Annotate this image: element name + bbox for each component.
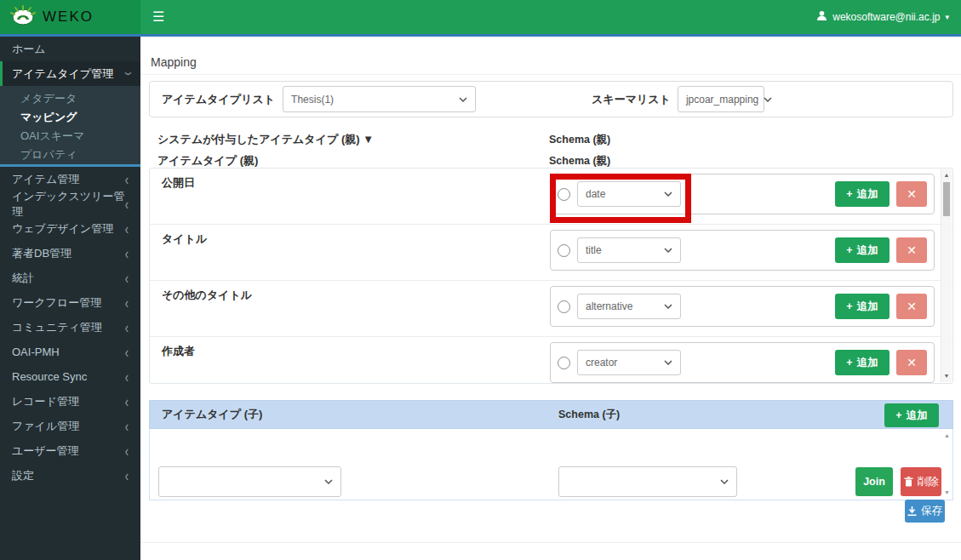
content-footer-divider [140, 542, 961, 543]
schema-radio[interactable] [558, 357, 570, 369]
sidebar-item-user-management[interactable]: ユーザー管理‹ [0, 438, 140, 463]
remove-mapping-button[interactable]: ✕ [896, 237, 927, 263]
join-button[interactable]: Join [855, 467, 893, 496]
close-icon: ✕ [907, 300, 917, 313]
sidebar-toggle-hamburger-icon[interactable]: ☰ [152, 10, 164, 24]
schema-parent-header-top: Schema (親) [549, 133, 610, 147]
plus-icon: + [895, 409, 901, 421]
chevron-left-icon: ‹ [125, 220, 129, 237]
sidebar-subitem-oai-schema[interactable]: OAIスキーマ [0, 125, 140, 144]
parent-mapping-list: 公開日 date +追加 ✕ タイトル title [149, 168, 953, 384]
parent-list-scrollbar[interactable]: ▲ ▼ [941, 169, 952, 382]
sidebar-item-file-management[interactable]: ファイル管理‹ [0, 414, 140, 438]
user-icon [816, 10, 827, 24]
sidebar-item-index-tree-management[interactable]: インデックスツリー管理‹ [0, 191, 140, 216]
scroll-down-icon[interactable]: ▼ [941, 371, 952, 381]
weko-logo-icon [10, 5, 36, 29]
chevron-left-icon: ‹ [125, 392, 129, 410]
chevron-left-icon: ‹ [125, 195, 129, 213]
item-type-list-select[interactable]: Thesis(1) [283, 86, 476, 112]
schema-radio[interactable] [558, 188, 570, 201]
add-mapping-button[interactable]: +追加 [835, 181, 889, 207]
schema-select[interactable]: creator [577, 350, 681, 375]
scroll-up-icon[interactable]: ▲ [941, 170, 952, 180]
plus-icon: + [846, 188, 852, 200]
plus-icon: + [846, 300, 852, 312]
close-icon: ✕ [907, 356, 917, 369]
child-list-scrollbar[interactable]: ▲ ▼ [943, 431, 951, 498]
mapping-row-publish-date: 公開日 date +追加 ✕ [150, 169, 952, 225]
sidebar-item-settings[interactable]: 設定‹ [0, 463, 140, 488]
child-item-type-select[interactable] [158, 466, 341, 497]
add-mapping-button[interactable]: +追加 [835, 294, 889, 319]
chevron-left-icon: ‹ [125, 442, 129, 460]
system-item-type-header[interactable]: システムが付与したアイテムタイプ (親) ▼ [157, 132, 374, 147]
row-label: 作成者 [162, 344, 195, 359]
page-title: Mapping [140, 37, 961, 75]
sidebar-item-web-design-management[interactable]: ウェブデザイン管理‹ [0, 216, 140, 241]
chevron-left-icon: ‹ [125, 170, 129, 188]
sidebar-subitem-mapping[interactable]: マッピング [0, 106, 140, 125]
chevron-left-icon: ‹ [125, 318, 129, 336]
chevron-down-icon [664, 304, 672, 309]
child-mapping-list: Join 削除 ▲ ▼ [149, 429, 953, 500]
scroll-down-icon[interactable]: ▼ [943, 488, 951, 498]
add-child-mapping-button[interactable]: +追加 [884, 403, 939, 427]
row-label: その他のタイトル [162, 288, 252, 303]
schema-list-select[interactable]: jpcoar_mapping [678, 86, 764, 112]
schema-select[interactable]: title [577, 237, 681, 263]
trash-icon [904, 477, 913, 487]
remove-mapping-button[interactable]: ✕ [896, 181, 927, 207]
sidebar-item-oai-pmh[interactable]: OAI-PMH‹ [0, 340, 140, 364]
schema-radio[interactable] [558, 300, 570, 313]
chevron-left-icon: ‹ [125, 466, 129, 484]
item-type-parent-header: アイテムタイプ (親) [157, 153, 258, 169]
sidebar-nav: ホーム アイテムタイプ管理 ‹ メタデータ マッピング OAIスキーマ プロパテ… [0, 37, 140, 560]
remove-mapping-button[interactable]: ✕ [896, 294, 927, 319]
top-bar: WEKO ☰ wekosoftware@nii.ac.jp ▾ [0, 0, 961, 34]
schema-radio[interactable] [558, 244, 570, 257]
sidebar-item-home[interactable]: ホーム [0, 37, 140, 61]
scrollbar-thumb[interactable] [943, 182, 950, 216]
sidebar-item-record-management[interactable]: レコード管理‹ [0, 389, 140, 414]
mapping-row-title: タイトル title +追加 ✕ [150, 225, 952, 281]
sidebar-subitem-metadata[interactable]: メタデータ [0, 88, 140, 106]
sidebar-item-workflow-management[interactable]: ワークフロー管理‹ [0, 290, 140, 315]
brand-logo[interactable]: WEKO [0, 0, 140, 34]
chevron-down-icon: ‹ [117, 71, 135, 75]
sidebar-item-item-type-management[interactable]: アイテムタイプ管理 ‹ [0, 61, 140, 86]
mapping-row-alternative-title: その他のタイトル alternative +追加 ✕ [150, 281, 952, 337]
user-email: wekosoftware@nii.ac.jp [832, 11, 940, 23]
user-account-menu[interactable]: wekosoftware@nii.ac.jp ▾ [816, 10, 949, 24]
sidebar-item-resource-sync[interactable]: Resource Sync‹ [0, 364, 140, 389]
close-icon: ✕ [907, 187, 917, 201]
chevron-left-icon: ‹ [125, 368, 129, 386]
schema-mapping-box: alternative +追加 ✕ [550, 286, 935, 327]
sidebar-subitem-property[interactable]: プロパティ [0, 144, 140, 163]
schema-select[interactable]: alternative [577, 294, 681, 319]
add-mapping-button[interactable]: +追加 [835, 350, 889, 375]
remove-mapping-button[interactable]: ✕ [896, 350, 927, 375]
chevron-left-icon: ‹ [125, 343, 129, 361]
save-download-icon [907, 506, 917, 517]
delete-button[interactable]: 削除 [901, 467, 941, 496]
schema-mapping-box: date +追加 ✕ [550, 174, 935, 214]
chevron-down-icon [720, 479, 729, 484]
child-schema-select[interactable] [558, 466, 737, 497]
sidebar-item-community-management[interactable]: コミュニティ管理‹ [0, 315, 140, 340]
sidebar-item-statistics[interactable]: 統計‹ [0, 266, 140, 290]
main-content: Mapping アイテムタイプリスト Thesis(1) スキーマリスト jpc… [140, 37, 961, 560]
save-button[interactable]: 保存 [905, 500, 945, 523]
chevron-left-icon: ‹ [125, 417, 129, 435]
schema-select[interactable]: date [577, 181, 681, 207]
row-label: 公開日 [162, 175, 195, 191]
add-mapping-button[interactable]: +追加 [835, 237, 889, 263]
item-type-list-label: アイテムタイプリスト [162, 92, 275, 107]
scroll-up-icon[interactable]: ▲ [943, 431, 951, 441]
schema-mapping-box: creator +追加 ✕ [550, 342, 935, 383]
mapping-selector-panel: アイテムタイプリスト Thesis(1) スキーマリスト jpcoar_mapp… [149, 81, 953, 117]
chevron-down-icon [664, 248, 672, 253]
plus-icon: + [846, 244, 852, 256]
close-icon: ✕ [907, 243, 917, 257]
sidebar-item-author-db-management[interactable]: 著者DB管理‹ [0, 241, 140, 266]
